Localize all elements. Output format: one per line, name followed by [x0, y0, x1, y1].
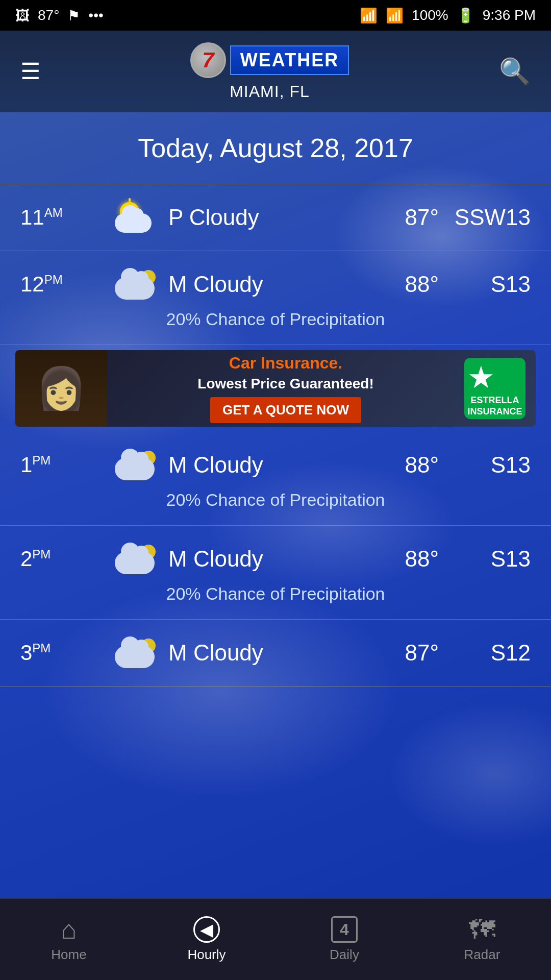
nav-daily-label: Daily	[330, 947, 359, 963]
logo-number: 7	[202, 48, 214, 72]
weather-row-1pm: 1PM M Cloudy 88° S13 20% Chance of Preci…	[0, 432, 551, 526]
location-label: MIAMI, FL	[230, 82, 310, 101]
more-icon: •••	[88, 7, 103, 23]
nav-home-label: Home	[51, 947, 86, 963]
mostly-cloudy-icon	[115, 638, 156, 668]
date-label: Today, August 28, 2017	[10, 133, 541, 163]
temp-11am: 87°	[372, 205, 439, 230]
mostly-cloudy-icon	[115, 450, 156, 480]
temp-12pm: 88°	[372, 272, 439, 297]
time-11am: 11AM	[20, 205, 102, 230]
wind-1pm: S13	[449, 452, 531, 478]
bottom-navigation: ⌂ Home ◀ Hourly 4 Daily 🗺 Radar	[0, 898, 551, 980]
status-right: 📶 📶 100% 🔋 9:36 PM	[360, 7, 536, 24]
cloud-shape	[115, 213, 152, 233]
app-header: ☰ 7 WEATHER MIAMI, FL 🔍	[0, 31, 551, 112]
cloud-lg-shape	[115, 458, 155, 480]
battery-icon: 🔋	[457, 7, 474, 24]
radar-map-icon: 🗺	[469, 916, 495, 943]
weather-main-row: 3PM M Cloudy 87° S12	[20, 635, 531, 671]
ad-logo-text: ESTRELLAINSURANCE	[467, 395, 522, 417]
flag-icon: ⚑	[67, 7, 80, 24]
condition-12pm: M Cloudy	[168, 272, 362, 297]
status-bar: 🖼 87° ⚑ ••• 📶 📶 100% 🔋 9:36 PM	[0, 0, 551, 31]
condition-3pm: M Cloudy	[168, 640, 362, 666]
mostly-cloudy-icon	[115, 269, 156, 300]
ad-subtitle: Lowest Price Guaranteed!	[115, 376, 456, 392]
weather-icon-11am	[112, 200, 158, 235]
time-12pm: 12PM	[20, 272, 102, 297]
weather-row-12pm: 12PM M Cloudy 88° S13 20% Chance of Prec…	[0, 251, 551, 345]
menu-button[interactable]: ☰	[20, 60, 40, 83]
precip-12pm: 20% Chance of Precipitation	[20, 309, 531, 329]
logo-text: WEATHER	[230, 45, 349, 75]
ad-logo: ★ ESTRELLAINSURANCE	[464, 358, 525, 419]
weather-main-row: 1PM M Cloudy 88° S13	[20, 447, 531, 483]
time-3pm: 3PM	[20, 641, 102, 665]
weather-icon-3pm	[112, 635, 158, 671]
main-content: Today, August 28, 2017 11AM P Cloudy 87°…	[0, 112, 551, 939]
nav-hourly-label: Hourly	[187, 947, 226, 963]
signal-icon: 📶	[386, 7, 404, 24]
weather-main-row: 2PM M Cloudy 88° S13	[20, 541, 531, 577]
clock-status: 9:36 PM	[483, 7, 536, 23]
condition-1pm: M Cloudy	[168, 452, 362, 478]
weather-row-11am: 11AM P Cloudy 87° SSW13	[0, 184, 551, 251]
app-logo: 7 WEATHER	[190, 42, 349, 78]
weather-main-row: 12PM M Cloudy 88° S13	[20, 266, 531, 302]
weather-row-2pm: 2PM M Cloudy 88° S13 20% Chance of Preci…	[0, 526, 551, 620]
daily-calendar-icon: 4	[331, 916, 358, 943]
time-1pm: 1PM	[20, 453, 102, 477]
home-icon: ⌂	[61, 916, 77, 943]
wind-2pm: S13	[449, 546, 531, 572]
nav-item-radar[interactable]: 🗺 Radar	[413, 916, 551, 963]
precip-1pm: 20% Chance of Precipitation	[20, 490, 531, 510]
time-2pm: 2PM	[20, 547, 102, 571]
ad-content: Car Insurance. Lowest Price Guaranteed! …	[107, 350, 464, 427]
condition-11am: P Cloudy	[168, 205, 362, 230]
date-header: Today, August 28, 2017	[0, 112, 551, 184]
partly-cloudy-icon	[115, 202, 156, 233]
battery-label: 100%	[412, 7, 448, 23]
logo-circle: 7	[190, 42, 226, 78]
weather-row-3pm: 3PM M Cloudy 87° S12	[0, 620, 551, 687]
nav-radar-label: Radar	[464, 947, 500, 963]
weather-main-row: 11AM P Cloudy 87° SSW13	[20, 200, 531, 235]
ad-image	[15, 350, 107, 427]
nav-item-daily[interactable]: 4 Daily	[276, 916, 413, 963]
wind-12pm: S13	[449, 272, 531, 297]
cloud-lg-shape	[115, 277, 155, 300]
temp-3pm: 87°	[372, 640, 439, 666]
mostly-cloudy-icon	[115, 544, 156, 574]
status-left: 🖼 87° ⚑ •••	[15, 7, 104, 24]
nav-item-home[interactable]: ⌂ Home	[0, 916, 138, 963]
wifi-icon: 📶	[360, 7, 378, 24]
header-center: 7 WEATHER MIAMI, FL	[190, 42, 349, 101]
status-temp: 87°	[38, 7, 59, 23]
wind-11am: SSW13	[449, 205, 531, 230]
weather-icon-2pm	[112, 541, 158, 577]
search-button[interactable]: 🔍	[499, 57, 531, 86]
weather-icon-12pm	[112, 266, 158, 302]
wind-3pm: S12	[449, 640, 531, 666]
photo-icon: 🖼	[15, 7, 30, 24]
ad-star-icon: ★	[467, 359, 522, 395]
cloud-lg-shape	[115, 552, 155, 574]
hourly-clock-icon: ◀	[193, 916, 220, 943]
precip-2pm: 20% Chance of Precipitation	[20, 584, 531, 604]
condition-2pm: M Cloudy	[168, 546, 362, 572]
weather-icon-1pm	[112, 447, 158, 483]
ad-banner[interactable]: Car Insurance. Lowest Price Guaranteed! …	[15, 350, 536, 427]
temp-2pm: 88°	[372, 546, 439, 572]
temp-1pm: 88°	[372, 452, 439, 478]
cloud-lg-shape	[115, 646, 155, 668]
nav-item-hourly[interactable]: ◀ Hourly	[138, 916, 276, 963]
ad-title: Car Insurance.	[115, 354, 456, 373]
ad-cta-button[interactable]: GET A QUOTE NOW	[210, 397, 361, 423]
